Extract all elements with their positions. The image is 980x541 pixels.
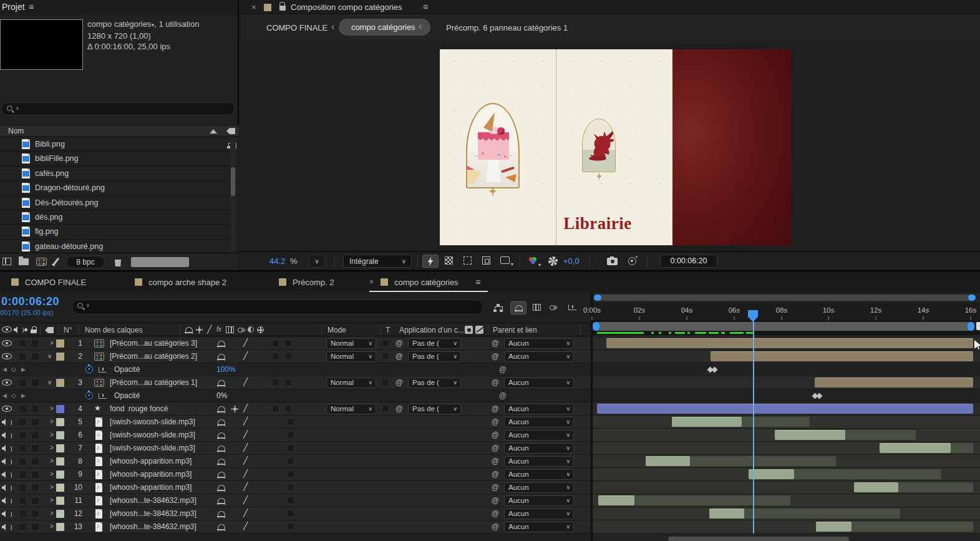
label-color-swatch[interactable] (56, 444, 64, 452)
lock-well[interactable] (31, 497, 39, 505)
parent-dropdown[interactable]: Aucun∨ (504, 443, 574, 454)
motion-blur-well[interactable] (284, 353, 292, 360)
layer-row[interactable]: >11[whoosh...te-384632.mp3]╱@Aucun∨ (0, 494, 590, 507)
exposure-shutter-icon[interactable] (548, 256, 558, 266)
graph-icon[interactable] (99, 367, 107, 373)
view-layout-button[interactable] (497, 255, 513, 268)
layer-duration-bar[interactable] (606, 338, 973, 348)
audio-layer-bar[interactable] (816, 522, 851, 532)
expand-arrow-icon[interactable]: > (50, 431, 54, 438)
previous-keyframe-icon[interactable]: ◀ (2, 366, 7, 373)
track-matte-dropdown-value[interactable]: Pas de ( (412, 405, 439, 412)
lock-well[interactable] (31, 339, 39, 348)
solo-well[interactable] (19, 510, 27, 518)
audio-layer-bar[interactable] (880, 443, 951, 453)
audio-layer-bar[interactable] (672, 417, 742, 427)
tag-icon[interactable] (45, 327, 54, 333)
shy-icon[interactable] (217, 380, 225, 386)
layer-duration-bar[interactable] (815, 378, 973, 387)
layer-name[interactable]: fond rouge foncé (110, 404, 168, 413)
search-chevron-icon[interactable]: ∨ (16, 105, 19, 111)
timeline-bottom-scrollbar[interactable] (668, 537, 849, 541)
track-row[interactable] (593, 429, 980, 442)
file-row[interactable]: Dés-Détourés.png (0, 196, 239, 210)
keyframe-diamond-icon[interactable]: ◇ (11, 392, 16, 399)
label-color-swatch[interactable] (56, 484, 64, 492)
motion-blur-well[interactable] (284, 379, 292, 386)
track-row[interactable] (593, 481, 980, 494)
breadcrumb-current-pill[interactable]: compo catégories ‹ (339, 19, 430, 36)
pickwhip-icon[interactable]: @ (499, 365, 507, 374)
parent-pickwhip-icon[interactable]: @ (492, 431, 499, 439)
project-scrollbar[interactable] (230, 137, 236, 253)
solo-well[interactable] (19, 484, 27, 492)
label-color-swatch[interactable] (56, 497, 64, 505)
layer-row[interactable]: >5[swish-swoosh-slide.mp3]╱@Aucun∨ (0, 416, 590, 429)
layer-name[interactable]: [whoosh-apparition.mp3] (110, 483, 192, 492)
tab-menu-icon[interactable]: ≡ (475, 277, 480, 287)
quality-icon[interactable]: ╱ (243, 456, 248, 465)
preserve-transparency-toggle[interactable] (382, 339, 389, 347)
track-matte-dropdown[interactable]: Pas de (∨ (408, 404, 461, 414)
quality-icon[interactable]: ╱ (243, 443, 248, 452)
number-column-label[interactable]: N° (64, 326, 72, 334)
solo-well[interactable] (19, 523, 27, 531)
track-row[interactable] (593, 337, 980, 350)
motion-blur-well[interactable] (284, 339, 292, 347)
property-row[interactable]: ◀◇▶Opacité0%@ (0, 389, 590, 402)
adjustment-layer-icon[interactable] (248, 326, 254, 333)
parent-dropdown[interactable]: Aucun∨ (504, 417, 574, 427)
exposure-value[interactable]: +0,0 (563, 256, 580, 266)
effects-well[interactable] (287, 431, 294, 439)
quality-icon[interactable]: ╱ (207, 325, 211, 334)
label-color-swatch[interactable] (56, 431, 64, 439)
layer-name[interactable]: [Précom...au catégories 2] (110, 352, 197, 361)
parent-pickwhip-icon[interactable]: @ (492, 444, 499, 452)
eye-icon[interactable] (2, 326, 12, 333)
tab-label[interactable]: compo arche shape 2 (148, 278, 226, 287)
blend-mode-dropdown-value[interactable]: Normal (331, 379, 354, 386)
new-composition-icon[interactable] (36, 258, 47, 266)
solo-well[interactable] (19, 497, 27, 505)
resolution-dropdown[interactable]: Intégrale ∨ (343, 255, 412, 268)
layer-duration-bar[interactable] (597, 404, 973, 414)
channel-rgb-button[interactable] (528, 256, 538, 265)
effects-well[interactable] (287, 484, 294, 491)
expand-arrow-icon[interactable]: > (50, 457, 54, 464)
keyframe-diamond-icon[interactable]: ◇ (11, 366, 16, 373)
timeline-tab[interactable]: compo arche shape 2 (135, 271, 266, 293)
track-matte-dropdown-value[interactable]: Pas de ( (412, 379, 439, 386)
pickwhip-icon[interactable]: @ (499, 391, 507, 400)
timeline-timecode[interactable]: 0:00:06:20 (1, 295, 59, 308)
viewer-tab-menu-icon[interactable]: ≡ (423, 2, 428, 12)
speaker-icon[interactable] (2, 418, 10, 426)
frame-blend-well[interactable] (272, 339, 279, 347)
collapse-transformations-icon[interactable] (196, 326, 203, 333)
parent-dropdown-value[interactable]: Aucun (508, 523, 529, 530)
lock-well[interactable] (31, 457, 39, 465)
parent-dropdown[interactable]: Aucun∨ (504, 378, 574, 388)
lock-well[interactable] (31, 484, 39, 492)
timeline-tab[interactable]: Précomp. 2 (279, 271, 360, 293)
safe-margins-button[interactable] (478, 255, 495, 268)
timeline-search-input[interactable]: ∨ (72, 300, 483, 314)
close-icon[interactable]: × (369, 278, 374, 286)
preserve-transparency-icon[interactable] (465, 326, 473, 334)
expand-arrow-icon[interactable]: > (50, 444, 54, 451)
expand-arrow-icon[interactable]: ∨ (47, 379, 52, 386)
layer-name[interactable]: [swish-swoosh-slide.mp3] (110, 444, 195, 452)
preserve-transparency-toggle[interactable] (382, 379, 389, 386)
layer-name[interactable]: [Précom...au catégories 1] (110, 378, 197, 387)
stopwatch-icon[interactable] (85, 366, 93, 373)
graph-icon[interactable] (99, 393, 107, 399)
speaker-icon[interactable] (2, 510, 10, 518)
t-column-label[interactable]: T (386, 326, 390, 334)
expand-arrow-icon[interactable]: ∨ (47, 353, 52, 359)
expand-arrow-icon[interactable]: > (50, 484, 54, 490)
tag-icon[interactable] (226, 128, 235, 134)
track-matte-dropdown[interactable]: Pas de (∨ (408, 338, 461, 349)
label-color-swatch[interactable] (56, 353, 64, 361)
previous-keyframe-icon[interactable]: ◀ (2, 392, 7, 399)
work-area-bar[interactable] (593, 322, 974, 331)
project-column-header[interactable]: Nom (0, 125, 239, 137)
